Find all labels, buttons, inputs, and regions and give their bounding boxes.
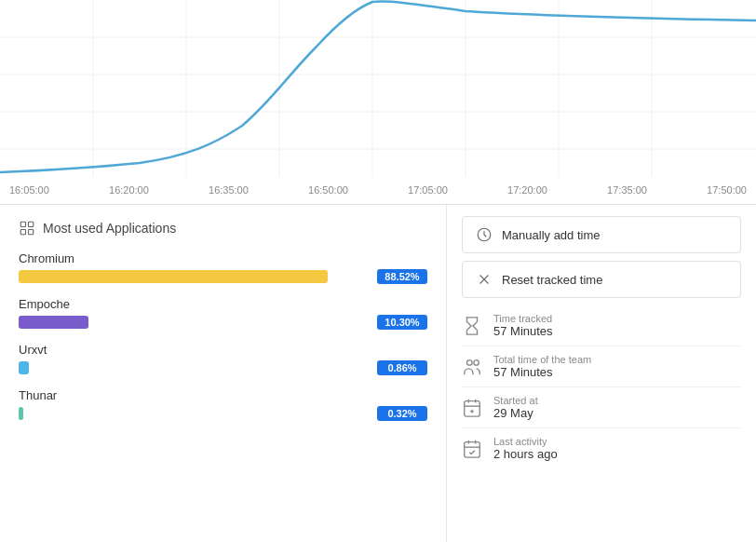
app-usage-bar <box>19 407 23 420</box>
stat-started-at: Started at 29 May <box>462 387 741 428</box>
manually-add-label: Manually add time <box>502 228 601 242</box>
bar-row: 0.32% <box>19 406 427 421</box>
app-row: Urxvt0.86% <box>19 343 427 375</box>
svg-rect-13 <box>20 230 25 235</box>
time-label-6: 17:35:00 <box>607 184 647 196</box>
stat-value-total-team: 57 Minutes <box>493 365 591 379</box>
bar-row: 10.30% <box>19 315 427 330</box>
time-label-2: 16:35:00 <box>209 184 249 196</box>
stat-label-last-activity: Last activity <box>493 436 558 447</box>
app-usage-bar <box>19 361 29 374</box>
stat-label-time-tracked: Time tracked <box>493 313 553 324</box>
apps-list: Chromium88.52%Empoche10.30%Urxvt0.86%Thu… <box>19 251 427 421</box>
calendar-check-icon <box>462 439 482 459</box>
time-label-4: 17:05:00 <box>408 184 448 196</box>
svg-rect-14 <box>29 230 34 235</box>
bar-row: 88.52% <box>19 269 427 284</box>
time-label-5: 17:20:00 <box>507 184 547 196</box>
reset-tracked-button[interactable]: Reset tracked time <box>462 261 741 298</box>
bar-row: 0.86% <box>19 360 427 375</box>
app-usage-bar <box>19 316 88 329</box>
app-usage-badge: 10.30% <box>377 315 427 330</box>
app-name: Urxvt <box>19 343 427 357</box>
stat-total-team: Total time of the team 57 Minutes <box>462 346 741 387</box>
left-panel: Most used Applications Chromium88.52%Emp… <box>0 205 447 542</box>
stat-last-activity: Last activity 2 hours ago <box>462 428 741 468</box>
app-name: Chromium <box>19 251 427 265</box>
time-label-3: 16:50:00 <box>308 184 348 196</box>
svg-rect-26 <box>465 441 480 457</box>
svg-point-18 <box>467 359 473 365</box>
right-panel: Manually add time Reset tracked time Tim… <box>447 205 756 542</box>
app-usage-bar <box>19 270 328 283</box>
people-icon <box>462 357 482 377</box>
time-axis: 16:05:00 16:20:00 16:35:00 16:50:00 17:0… <box>0 181 756 199</box>
bar-container <box>19 407 370 420</box>
app-usage-badge: 0.32% <box>377 406 427 421</box>
svg-rect-20 <box>465 400 480 416</box>
stat-value-last-activity: 2 hours ago <box>493 447 558 461</box>
stat-label-started-at: Started at <box>493 395 538 406</box>
calendar-plus-icon <box>462 398 482 418</box>
clock-icon <box>476 226 493 243</box>
time-label-7: 17:50:00 <box>707 184 747 196</box>
most-used-apps-header: Most used Applications <box>19 220 427 237</box>
app-row: Chromium88.52% <box>19 251 427 284</box>
svg-rect-11 <box>20 222 25 226</box>
activity-chart <box>0 0 756 177</box>
time-label-1: 16:20:00 <box>109 184 149 196</box>
manually-add-button[interactable]: Manually add time <box>462 216 741 253</box>
stat-info-total-team: Total time of the team 57 Minutes <box>493 354 591 379</box>
svg-rect-12 <box>29 222 34 226</box>
main-content: Most used Applications Chromium88.52%Emp… <box>0 205 756 542</box>
stat-info-time-tracked: Time tracked 57 Minutes <box>493 313 553 338</box>
time-label-0: 16:05:00 <box>9 184 49 196</box>
app-name: Empoche <box>19 297 427 311</box>
section-title: Most used Applications <box>43 221 176 236</box>
reset-tracked-label: Reset tracked time <box>502 273 602 287</box>
x-icon <box>476 271 493 288</box>
bar-container <box>19 316 370 329</box>
stat-value-time-tracked: 57 Minutes <box>493 324 553 338</box>
svg-point-19 <box>474 359 479 365</box>
apps-icon <box>19 220 35 237</box>
stat-value-started-at: 29 May <box>493 406 538 420</box>
stat-info-started-at: Started at 29 May <box>493 395 538 420</box>
stats-section: Time tracked 57 Minutes Total time of th… <box>462 305 741 468</box>
app-usage-badge: 0.86% <box>377 360 427 375</box>
chart-area: 16:05:00 16:20:00 16:35:00 16:50:00 17:0… <box>0 0 756 205</box>
app-usage-badge: 88.52% <box>377 269 427 284</box>
app-row: Thunar0.32% <box>19 388 427 421</box>
stat-label-total-team: Total time of the team <box>493 354 591 365</box>
app-row: Empoche10.30% <box>19 297 427 330</box>
bar-container <box>19 270 370 283</box>
hourglass-icon <box>462 316 482 336</box>
stat-info-last-activity: Last activity 2 hours ago <box>493 436 558 461</box>
app-name: Thunar <box>19 388 427 402</box>
bar-container <box>19 361 370 374</box>
stat-time-tracked: Time tracked 57 Minutes <box>462 305 741 346</box>
